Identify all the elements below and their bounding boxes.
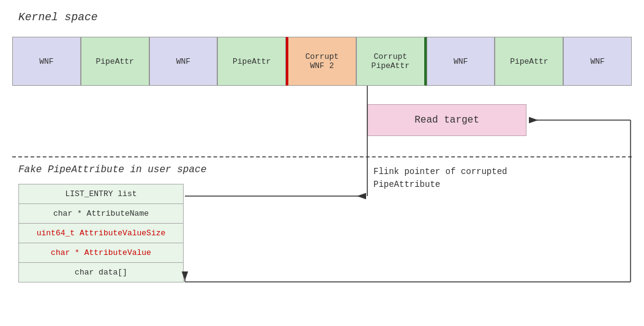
mem-block-wnf2: WNF — [149, 37, 218, 86]
fake-pipe-label: Fake PipeAttribute in user space — [18, 164, 206, 175]
struct-row-attr-value-size: uint64_t AttributeValueSize — [19, 224, 183, 243]
mem-block-pipeattr3: PipeAttr — [495, 37, 563, 86]
mem-block-corrupt-wnf: CorruptWNF 2 — [286, 37, 356, 86]
mem-block-pipeattr1: PipeAttr — [81, 37, 149, 86]
kernel-space-label: Kernel space — [18, 11, 98, 23]
flink-pointer-text: Flink pointer of corruptedPipeAttribute — [373, 165, 507, 191]
read-target-box: Read target — [367, 104, 526, 136]
mem-block-pipeattr2: PipeAttr — [217, 37, 286, 86]
mem-block-wnf3: WNF — [427, 37, 495, 86]
diagram: Kernel space WNF PipeAttr WNF PipeAttr C… — [0, 0, 644, 326]
mem-block-wnf4: WNF — [563, 37, 632, 86]
struct-row-attr-name: char * AttributeName — [19, 204, 183, 224]
mem-block-wnf1: WNF — [12, 37, 81, 86]
mem-block-corrupt-pipeattr: CorruptPipeAttr — [356, 37, 427, 86]
dashed-separator — [12, 156, 632, 157]
struct-row-attr-value: char * AttributeValue — [19, 243, 183, 263]
memory-row: WNF PipeAttr WNF PipeAttr CorruptWNF 2 C… — [12, 37, 632, 86]
struct-table: LIST_ENTRY list char * AttributeName uin… — [18, 184, 184, 282]
struct-row-list-entry: LIST_ENTRY list — [19, 184, 183, 204]
struct-row-char-data: char data[] — [19, 263, 183, 282]
